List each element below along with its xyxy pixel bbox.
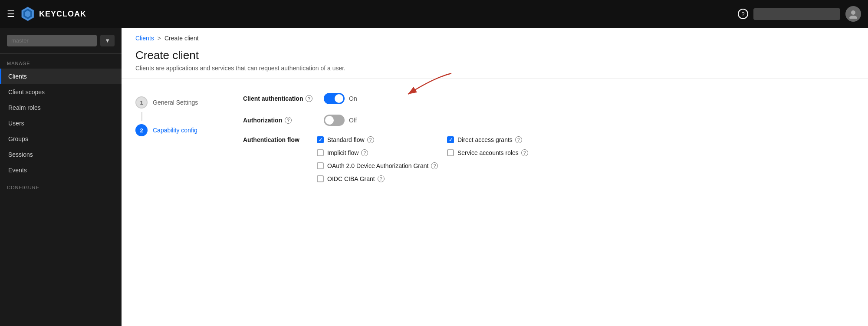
user-avatar[interactable]	[845, 6, 861, 22]
sidebar-item-events[interactable]: Events	[0, 162, 122, 178]
step-1[interactable]: 1 General Settings	[135, 93, 222, 112]
step-2-label: Capability config	[153, 127, 197, 134]
client-auth-label: Client authentication ?	[243, 95, 317, 102]
client-auth-value: On	[324, 93, 357, 104]
step-divider	[141, 112, 222, 121]
oidc-ciba-help-icon[interactable]: ?	[378, 175, 385, 182]
oauth-device-label: OAuth 2.0 Device Authorization Grant ?	[327, 162, 438, 169]
authorization-help-icon[interactable]: ?	[285, 117, 292, 124]
standard-flow-option[interactable]: Standard flow ?	[317, 136, 412, 143]
direct-access-checkbox[interactable]	[447, 136, 454, 143]
sidebar-item-client-scopes-label: Client scopes	[8, 89, 45, 95]
authorization-label: Authorization ?	[243, 117, 317, 124]
help-icon[interactable]: ?	[738, 9, 748, 19]
sidebar-item-users-label: Users	[8, 120, 24, 127]
step-2[interactable]: 2 Capability config	[135, 121, 222, 140]
navbar-search-input[interactable]	[753, 8, 840, 20]
client-auth-row: Client authentication ? On	[243, 93, 854, 104]
sidebar-item-client-scopes[interactable]: Client scopes	[0, 84, 122, 100]
oidc-ciba-checkbox[interactable]	[317, 175, 324, 182]
sidebar-section-configure: Configure	[0, 178, 122, 193]
service-accounts-help-icon[interactable]: ?	[521, 149, 528, 156]
realm-input[interactable]	[7, 35, 97, 46]
steps-panel: 1 General Settings 2 Capability config	[135, 93, 222, 182]
standard-flow-label: Standard flow ?	[327, 136, 374, 143]
page-subtitle: Clients are applications and services th…	[135, 65, 854, 72]
step-1-number: 1	[135, 96, 148, 109]
implicit-flow-label: Implicit flow ?	[327, 149, 368, 156]
oauth-device-option[interactable]: OAuth 2.0 Device Authorization Grant ?	[317, 162, 499, 169]
sidebar-item-users[interactable]: Users	[0, 115, 122, 131]
auth-flow-row-2: Implicit flow ? Service accounts roles ?	[317, 149, 854, 156]
form-container: 1 General Settings 2 Capability config C…	[122, 79, 868, 196]
content-area: Clients > Create client Create client Cl…	[122, 28, 868, 326]
service-accounts-label: Service accounts roles ?	[457, 149, 528, 156]
sidebar-item-realm-roles-label: Realm roles	[8, 104, 41, 111]
breadcrumb-current: Create client	[164, 35, 199, 42]
auth-flow-options: Standard flow ? Direct access grants ?	[317, 136, 854, 182]
sidebar-section-manage: Manage	[0, 54, 122, 69]
oidc-ciba-option[interactable]: OIDC CIBA Grant ?	[317, 175, 499, 182]
svg-point-4	[849, 16, 857, 19]
navbar: ☰ KEYCLOAK ?	[0, 0, 868, 28]
authorization-toggle[interactable]	[324, 115, 345, 126]
direct-access-label: Direct access grants ?	[457, 136, 522, 143]
oauth-device-checkbox[interactable]	[317, 162, 324, 169]
authorization-value: Off	[324, 115, 357, 126]
implicit-flow-help-icon[interactable]: ?	[361, 149, 368, 156]
direct-access-option[interactable]: Direct access grants ?	[447, 136, 542, 143]
service-accounts-option[interactable]: Service accounts roles ?	[447, 149, 542, 156]
sidebar-item-sessions-label: Sessions	[8, 151, 33, 158]
standard-flow-checkbox[interactable]	[317, 136, 324, 143]
sidebar-item-groups[interactable]: Groups	[0, 131, 122, 147]
breadcrumb-clients-link[interactable]: Clients	[135, 35, 154, 42]
auth-flow-row-3: OAuth 2.0 Device Authorization Grant ?	[317, 162, 854, 169]
client-auth-toggle[interactable]	[324, 93, 345, 104]
oauth-device-help-icon[interactable]: ?	[431, 162, 438, 169]
direct-access-help-icon[interactable]: ?	[515, 136, 522, 143]
breadcrumb-separator: >	[158, 35, 161, 42]
svg-point-3	[851, 10, 855, 15]
navbar-logo: KEYCLOAK	[20, 6, 733, 22]
avatar-icon	[848, 9, 858, 19]
main-layout: ▼ Manage Clients Client scopes Realm rol…	[0, 28, 868, 326]
auth-flow-section: Authentication flow Standard flow ?	[243, 136, 854, 182]
realm-dropdown-button[interactable]: ▼	[100, 35, 115, 46]
sidebar-item-groups-label: Groups	[8, 135, 28, 142]
keycloak-logo-icon	[20, 6, 36, 22]
auth-flow-label: Authentication flow	[243, 136, 317, 182]
breadcrumb: Clients > Create client	[122, 28, 868, 45]
fields-panel: Client authentication ? On	[243, 93, 854, 182]
step-1-label: General Settings	[153, 99, 198, 106]
sidebar-item-clients[interactable]: Clients	[0, 69, 122, 84]
oidc-ciba-label: OIDC CIBA Grant ?	[327, 175, 385, 182]
sidebar: ▼ Manage Clients Client scopes Realm rol…	[0, 28, 122, 326]
authorization-toggle-label: Off	[349, 117, 357, 124]
page-header: Create client Clients are applications a…	[122, 45, 868, 79]
sidebar-item-clients-label: Clients	[8, 73, 27, 80]
implicit-flow-checkbox[interactable]	[317, 149, 324, 156]
hamburger-menu[interactable]: ☰	[7, 10, 15, 18]
sidebar-item-sessions[interactable]: Sessions	[0, 147, 122, 162]
implicit-flow-option[interactable]: Implicit flow ?	[317, 149, 412, 156]
step-2-number: 2	[135, 124, 148, 136]
authorization-toggle-knob	[325, 116, 334, 125]
standard-flow-help-icon[interactable]: ?	[367, 136, 374, 143]
red-arrow-annotation	[373, 69, 460, 99]
client-auth-toggle-knob	[335, 94, 343, 103]
realm-selector: ▼	[0, 28, 122, 54]
authorization-row: Authorization ? Off	[243, 115, 854, 126]
sidebar-item-realm-roles[interactable]: Realm roles	[0, 100, 122, 115]
client-auth-toggle-label: On	[349, 95, 357, 102]
client-auth-help-icon[interactable]: ?	[306, 95, 312, 102]
auth-flow-row-4: OIDC CIBA Grant ?	[317, 175, 854, 182]
sidebar-item-events-label: Events	[8, 167, 27, 174]
auth-flow-row-1: Standard flow ? Direct access grants ?	[317, 136, 854, 143]
service-accounts-checkbox[interactable]	[447, 149, 454, 156]
page-title: Create client	[135, 49, 854, 62]
navbar-logo-text: KEYCLOAK	[39, 10, 86, 19]
